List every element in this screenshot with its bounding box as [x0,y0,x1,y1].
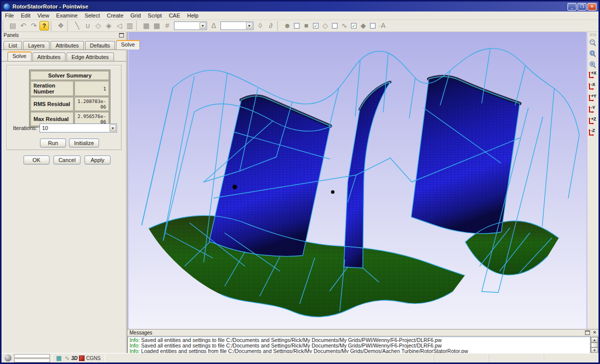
table-row: RMS Residual 1.208703e-06 [30,97,109,111]
toolbar-handle [2,22,6,30]
spinner-arrow-icon[interactable]: ▼ [110,124,116,132]
initialize-button[interactable]: Initialize [69,138,99,148]
mask-checkbox[interactable] [294,23,300,28]
surface-icon[interactable]: ◈ [104,21,114,30]
cancel-button[interactable]: Cancel [54,156,80,164]
menu-cae[interactable]: CAE [166,12,184,19]
messages-scrollbar[interactable]: ▲ ▼ [590,336,598,354]
subtab-edge-attributes[interactable]: Edge Attributes [66,52,114,61]
grid-point-marker[interactable] [232,185,237,190]
shaded-block-icon[interactable]: ■ [302,21,311,30]
minimize-button[interactable]: _ [568,3,576,10]
view-minus-z-button[interactable]: -Z [588,128,598,139]
view-minus-y-button[interactable]: -Y [588,104,598,116]
menu-select[interactable]: Select [81,12,104,19]
curve-icon[interactable]: ∪ [83,21,92,30]
zoom-box-icon[interactable] [588,59,598,70]
chevron-down-icon[interactable]: ▼ [200,22,206,29]
menu-script[interactable]: Script [144,12,166,19]
toolbar-handle [277,22,280,30]
cae-solver-label: CGNS [86,356,100,361]
panel-close-icon[interactable]: ✕ [592,330,596,335]
domain-icon[interactable]: ◇ [94,21,103,30]
cone-icon[interactable]: ◁ [114,21,124,30]
block-icon[interactable]: ▥ [125,21,134,30]
restore-button[interactable]: ❐ [578,3,586,10]
spacing-combo[interactable]: ▼ [220,22,254,30]
view-plus-y-button[interactable]: +Y [588,93,598,104]
structured-grid-icon[interactable]: ▦ [142,21,151,30]
title-bar: RotorStatorRotor - Pointwise _ ❐ ✕ [2,2,598,12]
connector-checkbox[interactable]: ✓ [351,23,356,28]
menu-help[interactable]: Help [184,12,202,19]
dimension-icon[interactable]: # [162,21,172,30]
status-bar: ▦ ∿ 3D CGNS [2,353,598,362]
run-button[interactable]: Run [40,138,66,148]
tab-defaults[interactable]: Defaults [85,41,115,50]
close-button[interactable]: ✕ [588,3,596,10]
scrollbar-thumb[interactable] [591,342,598,348]
status-segment [488,354,544,362]
unstructured-grid-icon[interactable]: ▩ [152,21,162,30]
connector-icon[interactable]: ∿ [340,21,349,30]
dimension-combo[interactable]: ▼ [174,22,207,30]
iterations-value: 10 [42,125,48,131]
zoom-extents-icon[interactable] [588,48,598,59]
quad-icon[interactable]: ◇ [320,21,330,30]
panels-dock: Panels List Layers Attributes Defaults S… [2,32,126,353]
menu-view[interactable]: View [34,12,53,19]
coordinate-field [14,358,50,362]
display-viewport-3d[interactable] [127,32,588,329]
spacing-icon[interactable]: Δ [209,21,218,30]
database-checkbox[interactable] [370,23,376,28]
subtab-solve[interactable]: Solve [8,52,32,61]
menu-file[interactable]: File [2,12,18,19]
smooth-icon[interactable]: ◊ [256,21,265,30]
grid-point-marker[interactable] [331,190,334,194]
menu-edit[interactable]: Edit [18,12,34,19]
undo-icon[interactable]: ↶ [18,21,28,30]
dock-float-icon[interactable] [119,33,124,38]
scroll-down-icon[interactable]: ▼ [591,348,598,353]
apply-button[interactable]: Apply [84,156,110,164]
view-plus-z-button[interactable]: +Z [588,116,598,128]
segment-icon[interactable]: ╲ [72,21,82,30]
tab-solve[interactable]: Solve [116,40,140,50]
scroll-up-icon[interactable]: ▲ [591,337,598,342]
messages-header: Messages ✕ [128,330,598,336]
create-entity-icon[interactable]: ❖ [56,21,66,30]
row-value: 1 [74,81,109,96]
view-plus-x-button[interactable]: +X [588,70,598,82]
messages-log[interactable]: Info: Saved all entities and settings to… [128,336,590,354]
tab-layers[interactable]: Layers [23,41,50,50]
menu-grid[interactable]: Grid [127,12,144,19]
tab-list[interactable]: List [4,41,22,50]
ok-button[interactable]: OK [24,156,50,164]
iterations-input[interactable]: 10 ▼ [40,124,117,132]
subtab-attributes[interactable]: Attributes [32,52,66,61]
tab-attributes[interactable]: Attributes [50,41,84,50]
table-row: Iteration Number 1 [30,81,109,96]
diamond-icon[interactable]: ◆ [358,21,368,30]
toolbar-handle [136,22,139,30]
point-icon[interactable]: ∙A [378,21,387,30]
menu-create[interactable]: Create [104,12,127,19]
link-icon: ∿ [64,355,70,361]
chevron-down-icon[interactable]: ▼ [246,22,252,29]
zoom-previous-icon[interactable] [588,37,598,48]
view-minus-x-button[interactable]: -X [588,82,598,93]
solver-summary-table: Solver Summary Iteration Number 1 RMS Re… [29,70,110,128]
mask-icon[interactable]: ☻ [282,21,292,30]
help-icon[interactable]: ? [40,21,49,30]
dimension-mode-label: 3D [71,356,78,361]
redo-icon[interactable]: ↷ [29,21,38,30]
menu-examine[interactable]: Examine [52,12,81,19]
panel-float-icon[interactable] [585,330,590,335]
solve-groupbox: Solver Summary Iteration Number 1 RMS Re… [6,65,122,150]
partial-derivative-icon[interactable]: ∂ [266,21,276,30]
save-icon[interactable]: ▤ [8,21,18,30]
tab-divider [2,50,126,50]
block-checkbox[interactable]: ✓ [313,23,318,28]
domain-checkbox[interactable] [332,23,338,28]
panel-tabs: List Layers Attributes Defaults Solve [4,40,141,50]
